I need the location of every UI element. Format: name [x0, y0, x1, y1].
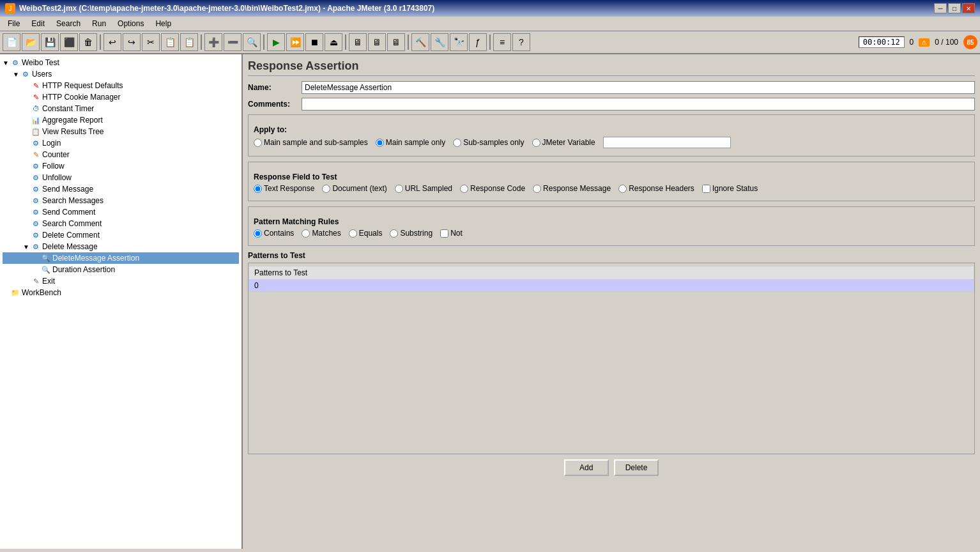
minimize-button[interactable]: ─ [934, 3, 947, 13]
redo-button[interactable]: ↪ [123, 33, 141, 51]
name-input[interactable] [302, 81, 975, 94]
pm-contains[interactable]: Contains [254, 229, 294, 238]
tree-item-deletemessage-assertion[interactable]: 🔍 DeleteMessage Assertion [3, 252, 239, 264]
hammer-button[interactable]: 🔨 [411, 33, 429, 51]
tree-item-search-messages[interactable]: ⚙ Search Messages [3, 195, 239, 206]
pm-contains-radio[interactable] [254, 229, 262, 238]
rf-ignore-status[interactable]: Ignore Status [702, 184, 758, 193]
shutdown-button[interactable]: ⏏ [325, 33, 342, 51]
rf-document-text-radio[interactable] [322, 185, 330, 193]
pm-equals-radio[interactable] [349, 229, 357, 238]
remove-button[interactable]: ➖ [224, 33, 241, 51]
tree-label-login: Login [42, 139, 61, 148]
rf-ignore-status-checkbox[interactable] [702, 185, 710, 193]
menu-help[interactable]: Help [150, 18, 176, 29]
expand-arrow-delete-message[interactable]: ▼ [23, 243, 29, 250]
rf-response-headers[interactable]: Response Headers [618, 184, 694, 193]
pm-matches[interactable]: Matches [302, 229, 341, 238]
table-row[interactable]: 0 [249, 280, 974, 292]
undo-button[interactable]: ↩ [103, 33, 121, 51]
pm-matches-radio[interactable] [302, 229, 310, 238]
delete-button[interactable]: Delete [614, 459, 659, 476]
panel-title: Response Assertion [248, 59, 975, 76]
help2-button[interactable]: ? [512, 33, 530, 51]
tree-item-exit[interactable]: ✎ Exit [3, 275, 239, 287]
rf-response-headers-radio[interactable] [618, 185, 627, 193]
tree-item-follow[interactable]: ⚙ Follow [3, 160, 239, 172]
expand-arrow-users[interactable]: ▼ [13, 71, 19, 78]
tree-item-view-results[interactable]: 📋 View Results Tree [3, 126, 239, 137]
clear-button[interactable]: 🗑 [79, 33, 97, 51]
window-controls[interactable]: ─ □ ✕ [934, 3, 975, 13]
tree-item-delete-comment[interactable]: ⚙ Delete Comment [3, 229, 239, 241]
copy-button[interactable]: 📋 [161, 33, 179, 51]
menu-search[interactable]: Search [51, 18, 86, 29]
rf-url-sampled[interactable]: URL Sampled [395, 184, 452, 193]
tree-item-counter[interactable]: ✎ Counter [3, 149, 239, 160]
pm-substring-radio[interactable] [390, 229, 398, 238]
close-button[interactable]: ✕ [962, 3, 975, 13]
tree-item-delete-message[interactable]: ▼⚙ Delete Message [3, 241, 239, 252]
tree-item-login[interactable]: ⚙ Login [3, 137, 239, 149]
rf-response-message[interactable]: Response Message [533, 184, 611, 193]
rf-url-sampled-radio[interactable] [395, 185, 403, 193]
apply-jmeter-var-radio[interactable] [532, 139, 540, 147]
binoculars-button[interactable]: 🔭 [450, 33, 468, 51]
apply-main-only[interactable]: Main sample only [376, 138, 445, 147]
tree-item-http-defaults[interactable]: ✎ HTTP Request Defaults [3, 80, 239, 91]
tree-item-http-cookie[interactable]: ✎ HTTP Cookie Manager [3, 91, 239, 103]
wrench-button[interactable]: 🔧 [431, 33, 448, 51]
save-button[interactable]: 💾 [41, 33, 59, 51]
remote-start-button[interactable]: 🖥 [349, 33, 367, 51]
tree-item-search-comment[interactable]: ⚙ Search Comment [3, 218, 239, 229]
start-no-pause-button[interactable]: ⏩ [286, 33, 304, 51]
remote-stop-button[interactable]: 🖥 [368, 33, 386, 51]
open-button[interactable]: 📂 [22, 33, 40, 51]
apply-main-only-radio[interactable] [376, 139, 384, 147]
tree-item-workbench[interactable]: 📁 WorkBench [3, 287, 239, 298]
tree-item-aggregate-report[interactable]: 📊 Aggregate Report [3, 114, 239, 126]
rf-text-response[interactable]: Text Response [254, 184, 314, 193]
start-button[interactable]: ▶ [267, 33, 285, 51]
add-button[interactable]: Add [564, 459, 609, 476]
stop-button[interactable]: ⬛ [60, 33, 78, 51]
rf-text-response-radio[interactable] [254, 185, 262, 193]
pm-not[interactable]: Not [440, 229, 463, 238]
cut-button[interactable]: ✂ [142, 33, 160, 51]
paste-button[interactable]: 📋 [180, 33, 198, 51]
menu-run[interactable]: Run [87, 18, 111, 29]
stop2-button[interactable]: ⏹ [305, 33, 323, 51]
pm-equals[interactable]: Equals [349, 229, 383, 238]
pm-not-checkbox[interactable] [440, 229, 448, 238]
rf-response-code[interactable]: Response Code [460, 184, 525, 193]
function-button[interactable]: ƒ [469, 33, 487, 51]
rf-document-text[interactable]: Document (text) [322, 184, 387, 193]
tree-item-users[interactable]: ▼⚙ Users [3, 68, 239, 80]
tree-item-send-comment[interactable]: ⚙ Send Comment [3, 206, 239, 218]
tree-item-unfollow[interactable]: ⚙ Unfollow [3, 172, 239, 183]
apply-main-sub[interactable]: Main sample and sub-samples [254, 138, 368, 147]
rf-response-message-radio[interactable] [533, 185, 541, 193]
comments-input[interactable] [302, 98, 975, 111]
menu-file[interactable]: File [3, 18, 25, 29]
tree-item-send-message[interactable]: ⚙ Send Message [3, 183, 239, 195]
results-button[interactable]: ≡ [493, 33, 511, 51]
expand-arrow-weibo-test[interactable]: ▼ [3, 59, 9, 66]
apply-main-sub-radio[interactable] [254, 139, 262, 147]
tree-item-constant-timer[interactable]: ⏱ Constant Timer [3, 103, 239, 114]
menu-options[interactable]: Options [112, 18, 149, 29]
apply-jmeter-var[interactable]: JMeter Variable [532, 138, 595, 147]
tree-item-weibo-test[interactable]: ▼⚙ Weibo Test [3, 57, 239, 68]
rf-response-code-radio[interactable] [460, 185, 468, 193]
tree-item-duration-assertion[interactable]: 🔍 Duration Assertion [3, 264, 239, 275]
maximize-button[interactable]: □ [948, 3, 961, 13]
apply-sub-only[interactable]: Sub-samples only [453, 138, 524, 147]
browse-button[interactable]: 🔍 [243, 33, 261, 51]
menu-edit[interactable]: Edit [26, 18, 50, 29]
remote-exit-button[interactable]: 🖥 [387, 33, 405, 51]
pm-substring[interactable]: Substring [390, 229, 433, 238]
jmeter-var-input[interactable] [603, 137, 731, 148]
add-button[interactable]: ➕ [204, 33, 222, 51]
apply-sub-only-radio[interactable] [453, 139, 461, 147]
new-button[interactable]: 📄 [3, 33, 20, 51]
